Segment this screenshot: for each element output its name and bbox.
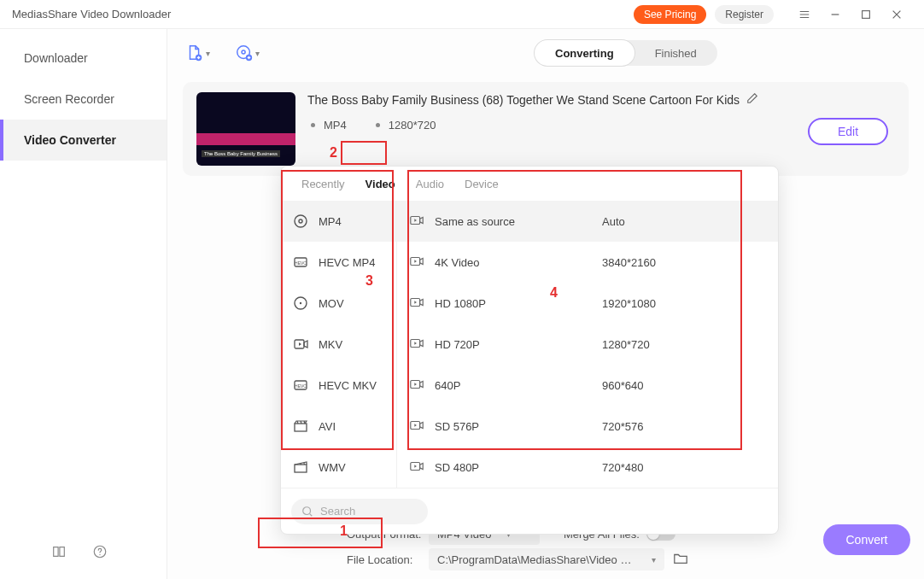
format-label: HEVC MP4 (319, 256, 375, 269)
format-label: HEVC MKV (319, 379, 377, 392)
format-item-hevc-mkv[interactable]: HEVC HEVC MKV (281, 365, 396, 406)
video-format: MP4 (324, 119, 347, 132)
svg-text:HEVC: HEVC (295, 383, 307, 389)
svg-rect-0 (863, 10, 870, 18)
svg-point-23 (303, 506, 311, 514)
book-icon[interactable] (51, 544, 67, 562)
status-tabs: Converting Finished (535, 40, 717, 66)
resolution-value: 960*640 (602, 379, 643, 392)
sidebar-item-downloader[interactable]: Downloader (0, 38, 167, 79)
resolution-name: HD 1080P (435, 297, 602, 310)
tab-converting[interactable]: Converting (535, 40, 635, 66)
svg-rect-15 (295, 465, 307, 472)
format-item-mov[interactable]: MOV (281, 283, 396, 324)
resolution-value: 1280*720 (602, 338, 650, 351)
format-label: MOV (319, 297, 344, 310)
menu-icon[interactable] (789, 0, 820, 29)
search-icon (301, 506, 313, 518)
add-file-icon[interactable]: ▾ (183, 38, 212, 67)
minimize-icon[interactable] (820, 0, 851, 29)
play-icon (409, 295, 426, 312)
popup-tab-recently[interactable]: Recently (291, 167, 355, 201)
resolution-item[interactable]: SD 480P 720*480 (397, 447, 778, 488)
sidebar-item-label: Screen Recorder (24, 92, 114, 106)
disc-icon (291, 212, 310, 231)
open-folder-icon[interactable] (673, 551, 688, 569)
search-input[interactable]: Search (291, 499, 428, 524)
format-popup: Recently Video Audio Device MP4 HEVC HEV… (280, 166, 779, 535)
play-icon (409, 254, 426, 271)
svg-point-3 (242, 50, 245, 54)
svg-point-25 (99, 554, 100, 555)
svg-rect-14 (295, 424, 307, 431)
resolution-value: 3840*2160 (602, 256, 656, 269)
resolution-name: SD 480P (435, 461, 602, 474)
sidebar-item-label: Video Converter (24, 133, 116, 147)
popup-search-row: Search (281, 488, 778, 534)
format-label: MP4 (319, 215, 342, 228)
video-resolution: 1280*720 (389, 119, 436, 132)
see-pricing-button[interactable]: See Pricing (634, 5, 706, 24)
format-item-wmv[interactable]: WMV (281, 447, 396, 488)
resolution-item[interactable]: SD 576P 720*576 (397, 406, 778, 447)
format-item-mkv[interactable]: MKV (281, 324, 396, 365)
format-item-avi[interactable]: AVI (281, 406, 396, 447)
resolution-name: 4K Video (435, 256, 602, 269)
chevron-down-icon: ▾ (652, 555, 656, 564)
format-list[interactable]: MP4 HEVC HEVC MP4 MOV MKV HEVC HEVC MKV (281, 201, 397, 488)
resolution-value: 720*576 (602, 420, 643, 433)
format-label: MKV (319, 338, 342, 351)
resolution-name: HD 720P (435, 338, 602, 351)
maximize-icon[interactable] (851, 0, 881, 29)
sidebar-item-screen-recorder[interactable]: Screen Recorder (0, 79, 167, 120)
content-toolbar: ▾ ▾ Converting Finished (167, 29, 924, 77)
chevron-down-icon: ▾ (255, 49, 260, 58)
video-item-card: The Boss Baby Family Business The Boss B… (183, 82, 909, 176)
add-disc-icon[interactable]: ▾ (232, 38, 261, 67)
resolution-item[interactable]: 640P 960*640 (397, 365, 778, 406)
video-thumbnail[interactable]: The Boss Baby Family Business (196, 92, 295, 166)
tab-finished[interactable]: Finished (635, 40, 717, 66)
search-placeholder: Search (320, 505, 355, 518)
resolution-item[interactable]: HD 1080P 1920*1080 (397, 283, 778, 324)
play-icon (409, 418, 426, 435)
resolution-list[interactable]: Same as source Auto 4K Video 3840*2160 H… (397, 201, 778, 488)
register-button[interactable]: Register (715, 5, 774, 24)
play-icon (409, 459, 426, 476)
video-icon (291, 335, 310, 354)
file-location-label: File Location: (347, 553, 429, 566)
hevc-icon: HEVC (291, 376, 310, 395)
popup-tab-video[interactable]: Video (355, 167, 406, 201)
resolution-item[interactable]: HD 720P 1280*720 (397, 324, 778, 365)
popup-tab-audio[interactable]: Audio (406, 167, 454, 201)
edit-title-icon[interactable] (746, 92, 758, 107)
sidebar: Downloader Screen Recorder Video Convert… (0, 29, 167, 579)
file-location-select[interactable]: C:\ProgramData\MediasShare\Video Downloa… (429, 548, 664, 570)
help-icon[interactable] (92, 544, 108, 562)
resolution-item[interactable]: Same as source Auto (397, 201, 778, 242)
sidebar-item-label: Downloader (24, 51, 88, 65)
play-icon (409, 213, 426, 230)
convert-button[interactable]: Convert (823, 524, 910, 555)
app-title: MediasShare Video Downloader (12, 8, 634, 20)
svg-point-10 (300, 302, 301, 304)
titlebar: MediasShare Video Downloader See Pricing… (0, 0, 924, 29)
edit-button[interactable]: Edit (808, 118, 888, 145)
file-location-value: C:\ProgramData\MediasShare\Video Downloa (437, 553, 636, 566)
svg-point-5 (295, 215, 307, 227)
resolution-value: Auto (602, 215, 625, 228)
resolution-value: 1920*1080 (602, 297, 656, 310)
format-label: WMV (319, 461, 346, 474)
popup-tab-device[interactable]: Device (454, 167, 509, 201)
resolution-item[interactable]: 4K Video 3840*2160 (397, 242, 778, 283)
hevc-icon: HEVC (291, 253, 310, 272)
close-icon[interactable] (881, 0, 912, 29)
play-icon (409, 336, 426, 353)
sidebar-item-video-converter[interactable]: Video Converter (0, 120, 167, 161)
resolution-name: Same as source (435, 215, 602, 228)
disc-icon (291, 294, 310, 313)
format-item-hevc-mp4[interactable]: HEVC HEVC MP4 (281, 242, 396, 283)
format-label: AVI (319, 420, 336, 433)
format-item-mp4[interactable]: MP4 (281, 201, 396, 242)
popup-tabs: Recently Video Audio Device (281, 167, 778, 201)
